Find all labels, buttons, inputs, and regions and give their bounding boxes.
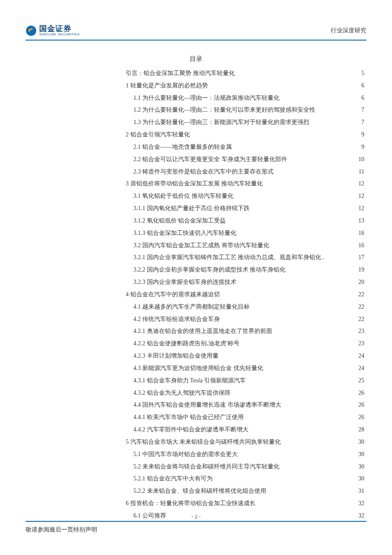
doc-category: 行业深度研究 [331,27,366,35]
toc-entry: 3.2.2 国内企业初步掌握全铝车身的成型技术 推动车身铝化 19 [133,264,364,276]
toc-leader-dots [238,229,357,235]
toc-page-number: 24 [358,362,364,375]
toc-page-number: 13 [358,215,364,227]
toc-page-number: 30 [358,448,364,461]
toc-page-number: 23 [358,325,364,338]
toc-leader-dots [214,474,357,480]
toc-entry: 引言：铝合金深加工聚势 推动汽车轻量化 5 [126,67,364,80]
toc-page-number: 23 [358,338,364,350]
toc-entry: 4.4 国外汽车铝合金使用量增长迅速 市场渗透率不断增大 26 [133,399,364,411]
toc-leader-dots [268,487,357,493]
toc-page-number: 30 [358,436,364,448]
toc-leader-dots [287,266,357,272]
footer-rule [26,521,366,522]
toc-leader-dots [288,155,357,161]
toc-entry: 3.1.3 铝合金深加工快速切入汽车轻量化 16 [133,227,364,240]
toc-leader-dots [250,425,357,431]
toc-page-number: 19 [358,264,364,276]
toc-label: 引言：铝合金深加工聚势 推动汽车轻量化 [126,67,235,80]
toc-entry: 1.2 为什么要轻量化—理由二：轻量化可以带来更好的驾驶感和安全性 7 [133,104,364,116]
toc-entry: 2.3 铸造件与变形件是铝合金在汽车中的主要存在形式 11 [133,166,364,178]
toc-page-number: 32 [358,497,364,510]
toc-label: 2.1 铝合金——地壳含量最多的轻金属 [133,141,232,153]
toc-label: 5.2.2 未来铝合金、镁合金和碳纤维将优化组合使用 [133,485,266,497]
toc-leader-dots [311,118,360,124]
toc-leader-dots [209,81,360,87]
toc-label: 1 轻量化是产业发展的必然趋势 [126,80,208,92]
toc-leader-dots [236,69,360,75]
toc-page-number: 25 [358,375,364,387]
toc-label: 4.3.1 铝合金车身助力 Tesla 引领新能源汽车 [133,375,246,387]
toc-page-number: 6 [361,92,364,104]
toc-entry: 4.2.2 铝合金使捷豹路虎告别‚油老虎'称号 23 [133,338,364,350]
toc-leader-dots [251,204,357,210]
toc-page-number: 26 [358,387,364,399]
toc-page-number: 6 [361,80,364,92]
toc-page-number: 30 [358,473,364,485]
toc-entry: 4.1 越来越多的汽车生产商都制定轻量化目标 22 [133,301,364,313]
toc-page-number: 11 [359,166,364,178]
toc-label: 4.2.2 铝合金使捷豹路虎告别‚油老虎'称号 [133,338,239,350]
toc-leader-dots [281,462,357,468]
toc-entry: 5 汽车铝合金市场大 未来铝镁合金与碳纤维共同执掌轻量化 30 [126,436,364,448]
toc-entry: 3.2.1 国内企业掌握汽车铝铸件加工工艺 推动动力总成、底盘和车身铝化 . 1… [133,251,364,264]
toc-page-number: 24 [358,350,364,362]
toc-leader-dots [247,376,357,382]
toc-leader-dots [245,413,357,419]
toc-entry: 4.4.1 欧美汽车市场中 铝合金已经广泛使用 26 [133,411,364,424]
toc-entry: 2.2 铝合金可以让汽车更瘦更安全 车身成为主要轻量化部件 10 [133,153,364,166]
toc-entry: 3.1.2 氧化铝低价 铝合金深加工受益 13 [133,215,364,227]
toc-leader-dots [257,499,357,505]
toc-entry: 5.2.1 铝合金在汽车中大有可为 30 [133,473,364,485]
disclaimer: 敬请参阅最后一页特别声明 [26,526,366,534]
toc-leader-dots [221,290,357,296]
toc-leader-dots [220,352,357,358]
svg-point-0 [26,26,36,36]
toc-leader-dots [241,339,357,345]
toc-leader-dots [282,401,357,407]
toc-leader-dots [251,303,357,309]
toc-leader-dots [233,143,360,149]
toc-entry: 1.3 为什么要轻量化—理由三：新能源汽车对于轻量化的需求更强烈 7 [133,116,364,129]
toc-label: 4.2 传统汽车纷纷追求铝合金车身 [133,313,220,326]
toc-label: 2.2 铝合金可以让汽车更瘦更安全 车身成为主要轻量化部件 [133,153,287,166]
toc-label: 1.2 为什么要轻量化—理由二：轻量化可以带来更好的驾驶感和安全性 [133,104,315,116]
brand-logo: 国金证券 SINOLINK SECURITIES [26,25,80,36]
toc-page-number: 9 [361,141,364,153]
toc-label: 5 汽车铝合金市场大 未来铝镁合金与碳纤维共同执掌轻量化 [126,436,281,448]
toc-page-number: 26 [358,411,364,424]
page-number: - 2 - [26,513,366,520]
toc-label: 4.2.1 奥迪在铝合金的使用上遥遥地走在了世界的前面 [133,325,272,338]
toc-page-number: 31 [358,485,364,497]
toc-entry: 1.1 为什么要轻量化—理由一：法规政策推动汽车轻量化 6 [133,92,364,104]
toc-label: 3.2 国内汽车铝合金加工工艺成熟 将带动汽车轻量化 [133,240,269,252]
toc-page-number: 30 [358,461,364,473]
toc-page-number: 22 [358,289,364,301]
toc-label: 5.2.1 铝合金在汽车中大有可为 [133,473,213,485]
toc-label: 2 铝合金引领汽车轻量化 [126,129,190,141]
toc-label: 5.1 中国汽车市场对铝合金的需求会更大 [133,448,238,461]
toc-label: 4.4 国外汽车铝合金使用量增长迅速 市场渗透率不断增大 [133,399,281,411]
toc-page-number: 26 [358,399,364,411]
toc-label: 2.3 铸造件与变形件是铝合金在汽车中的主要存在形式 [133,166,274,178]
toc-label: 4.3 新能源汽车更为迫切地使用铝合金 优先轻量化 [133,362,263,375]
toc-entry: 3.2.3 国内企业掌握全铝车身的连接技术 20 [133,276,364,289]
toc-label: 3.2.1 国内企业掌握汽车铝铸件加工工艺 推动动力总成、底盘和车身铝化 . [133,251,324,264]
toc-leader-dots [271,241,357,247]
toc-leader-dots [232,389,357,395]
toc-label: 4.3.2 铝合金为无人驾驶汽车提供保障 [133,387,231,399]
toc-leader-dots [264,179,357,185]
toc-page-number: 12 [358,202,364,215]
toc-leader-dots [239,450,357,456]
toc-leader-dots [274,327,357,333]
toc-leader-dots [191,130,360,136]
toc-leader-dots [227,217,357,223]
toc-page-number: 28 [358,424,364,436]
toc-label: 3.1 氧化铝处于低价位 推动汽车轻量化 [133,190,233,202]
toc-entry: 5.2 未来铝合金将与镁合金和碳纤维共同主导汽车轻量化 30 [133,461,364,473]
toc-label: 3.2.2 国内企业初步掌握全铝车身的成型技术 推动车身铝化 [133,264,285,276]
toc-leader-dots [265,364,357,370]
toc-label: 6 投资机会：轻量化将带动铝合金加工业快速成长 [126,497,256,510]
toc-entry: 4.2.3 丰田计划增加铝合金使用量 24 [133,350,364,362]
toc-entry: 6 投资机会：轻量化将带动铝合金加工业快速成长 32 [126,497,364,510]
